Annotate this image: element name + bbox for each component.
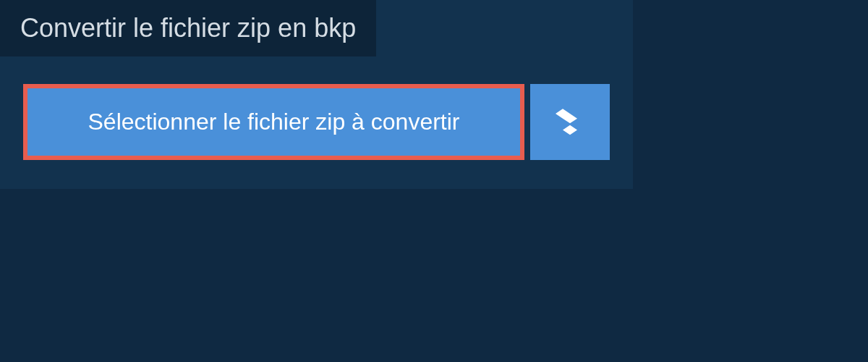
- action-row: Sélectionner le fichier zip à convertir: [0, 56, 633, 160]
- page-title: Convertir le fichier zip en bkp: [0, 0, 376, 56]
- select-file-label: Sélectionner le fichier zip à convertir: [88, 109, 459, 135]
- select-file-button[interactable]: Sélectionner le fichier zip à convertir: [23, 84, 524, 160]
- dropbox-button[interactable]: [530, 84, 610, 160]
- dropbox-icon: [556, 106, 584, 138]
- converter-panel: Convertir le fichier zip en bkp Sélectio…: [0, 0, 633, 189]
- title-text: Convertir le fichier zip en bkp: [20, 13, 356, 43]
